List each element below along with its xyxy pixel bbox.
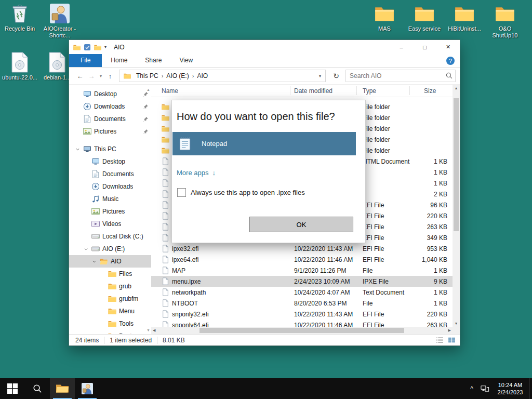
more-apps-link[interactable]: More apps ↓ xyxy=(177,169,365,177)
nav-item-pictures[interactable]: Pictures xyxy=(69,125,151,138)
nav-item-aio[interactable]: AIO xyxy=(69,255,151,268)
ribbon-tab-share[interactable]: Share xyxy=(136,54,170,67)
column-header-type[interactable]: Type xyxy=(357,86,410,95)
horizontal-scroll-thumb[interactable] xyxy=(200,328,404,333)
file-size-cell: 349 KB xyxy=(410,234,450,242)
back-button[interactable]: ← xyxy=(74,72,86,80)
nav-item-aio-e[interactable]: AIO (E:) xyxy=(69,243,151,255)
search-input[interactable] xyxy=(345,70,456,82)
vertical-scrollbar[interactable]: ▲ ▼ xyxy=(453,85,460,327)
nav-item-desktop[interactable]: Desktop xyxy=(69,88,151,100)
scroll-down-icon[interactable]: ▼ xyxy=(453,322,460,325)
breadcrumb-item-aio-e[interactable]: AIO (E:) xyxy=(163,72,192,79)
app-option-notepad[interactable]: Notepad xyxy=(172,132,356,155)
scroll-up-icon[interactable]: ▲ xyxy=(453,86,460,90)
nav-item-downloads[interactable]: Downloads xyxy=(69,180,151,193)
desktop-icon-o-o-shutup10[interactable]: O&O ShutUp10 xyxy=(485,3,525,39)
nav-item-documents[interactable]: Documents xyxy=(69,113,151,125)
new-folder-icon[interactable] xyxy=(94,44,101,51)
chevron-spacer xyxy=(100,321,108,327)
taskbar-search-button[interactable] xyxy=(25,378,50,399)
file-size-cell: 9 KB xyxy=(410,278,450,285)
horizontal-scrollbar[interactable]: ◀ ▶ xyxy=(151,327,453,334)
breadcrumb-item-this-pc[interactable]: This PC xyxy=(133,72,162,79)
minimize-button[interactable]: – xyxy=(390,40,413,54)
ok-button[interactable]: OK xyxy=(249,217,353,232)
always-use-checkbox[interactable] xyxy=(177,188,186,197)
large-icons-view-icon[interactable] xyxy=(448,337,456,343)
taskbar-aiocreator-button[interactable] xyxy=(75,378,100,399)
file-row-snponly32-efi[interactable]: snponly32.efi10/22/2020 11:43 AMEFI File… xyxy=(151,309,453,320)
nav-item-desktop[interactable]: Desktop xyxy=(69,155,151,168)
forward-button[interactable]: → xyxy=(86,72,97,80)
nav-item-documents[interactable]: Documents xyxy=(69,168,151,180)
window-title: AIO xyxy=(114,44,125,51)
file-row-ipxe64-efi[interactable]: ipxe64.efi10/22/2020 11:46 AMEFI File1,0… xyxy=(151,254,453,265)
recent-locations-chevron-icon[interactable]: ▾ xyxy=(97,74,104,78)
column-header-date-modified[interactable]: Date modified xyxy=(290,86,357,95)
help-icon[interactable]: ? xyxy=(446,57,455,65)
monitor-icon xyxy=(83,90,91,98)
selection-count: 1 item selected xyxy=(110,337,152,344)
nav-item-grub[interactable]: grub xyxy=(69,280,151,292)
start-button[interactable] xyxy=(0,378,25,399)
nav-item-boot[interactable]: Boot xyxy=(69,330,151,334)
file-row-ipxe32-efi[interactable]: ipxe32.efi10/22/2020 11:43 AMEFI File953… xyxy=(151,243,453,254)
file-date-cell: 10/22/2020 11:46 AM xyxy=(290,322,357,327)
desktop-icon-recycle-bin[interactable]: Recycle Bin xyxy=(0,3,39,32)
network-icon[interactable] xyxy=(478,378,491,399)
tray-chevron-icon[interactable]: ^ xyxy=(466,378,478,399)
details-view-icon[interactable] xyxy=(436,337,444,343)
file-row-snponly64-efi[interactable]: snponly64.efi10/22/2020 11:46 AMEFI File… xyxy=(151,320,453,327)
file-row-ntboot[interactable]: NTBOOT8/20/2020 6:53 PMFile1 KB xyxy=(151,298,453,309)
file-row-networkpath[interactable]: networkpath10/24/2020 4:07 AMText Docume… xyxy=(151,287,453,298)
up-button[interactable]: ↑ xyxy=(104,72,116,80)
ribbon-tab-view[interactable]: View xyxy=(170,54,202,67)
close-button[interactable]: ✕ xyxy=(436,40,460,54)
file-row-menu-ipxe[interactable]: menu.ipxe2/24/2023 10:09 AMIPXE File9 KB xyxy=(151,276,453,287)
desktop-icon-aiocreator-shortc[interactable]: AIOCreator - Shortc... xyxy=(40,3,79,39)
ribbon-tab-file[interactable]: File xyxy=(69,54,102,67)
column-header-size[interactable]: Size xyxy=(410,86,450,95)
nav-item-this-pc[interactable]: This PC xyxy=(69,143,151,155)
scroll-left-icon[interactable]: ◀ xyxy=(151,327,157,334)
maximize-button[interactable]: □ xyxy=(413,40,436,54)
taskbar-file-explorer-button[interactable] xyxy=(50,378,75,399)
address-dropdown-icon[interactable]: ▾ xyxy=(317,74,323,78)
nav-scroll-down-icon[interactable]: ▼ xyxy=(147,328,150,332)
nav-item-videos[interactable]: Videos xyxy=(69,218,151,230)
window-folder-icon xyxy=(73,44,81,51)
address-bar[interactable]: This PC›AIO (E:)›AIO ▾ xyxy=(119,70,326,82)
nav-item-pictures[interactable]: Pictures xyxy=(69,205,151,218)
nav-item-grubfm[interactable]: grubfm xyxy=(69,292,151,305)
nav-scroll-up-icon[interactable]: ▲ xyxy=(147,88,150,91)
taskbar: ^ 10:24 AM 2/24/2023 xyxy=(0,378,532,399)
nav-item-files[interactable]: Files xyxy=(69,268,151,280)
show-desktop-button[interactable] xyxy=(529,378,532,399)
nav-item-downloads[interactable]: Downloads xyxy=(69,100,151,113)
system-tray: ^ 10:24 AM 2/24/2023 xyxy=(466,378,532,399)
navigation-pane: DesktopDownloadsDocumentsPicturesThis PC… xyxy=(69,85,151,334)
vertical-scroll-thumb[interactable] xyxy=(454,98,459,231)
properties-icon[interactable] xyxy=(84,44,91,51)
customize-toolbar-chevron-icon[interactable]: ▾ xyxy=(104,45,107,49)
taskbar-clock[interactable]: 10:24 AM 2/24/2023 xyxy=(491,378,529,399)
file-row-map[interactable]: MAP9/1/2020 11:26 PMFile1 KB xyxy=(151,265,453,276)
desktop-icon-mas[interactable]: MAS xyxy=(365,3,404,32)
desktop-icon-ubuntu-22-0[interactable]: ubuntu-22.0... xyxy=(0,52,39,81)
column-header-name[interactable]: Name xyxy=(151,86,290,95)
ribbon-tab-home[interactable]: Home xyxy=(102,54,136,67)
nav-item-menu[interactable]: Menu xyxy=(69,305,151,317)
desktop-icon-easy-service[interactable]: Easy service xyxy=(405,3,444,32)
file-name-cell: ipxe64.efi xyxy=(151,256,290,263)
nav-item-local-disk-c[interactable]: Local Disk (C:) xyxy=(69,230,151,243)
file-icon xyxy=(162,277,169,285)
breadcrumb-item-aio[interactable]: AIO xyxy=(194,72,211,79)
desktop-icon-hibituninst[interactable]: HiBitUninst... xyxy=(445,3,484,32)
nav-item-music[interactable]: Music xyxy=(69,193,151,205)
scroll-right-icon[interactable]: ▶ xyxy=(447,327,453,334)
refresh-button[interactable]: ↻ xyxy=(330,72,342,80)
nav-scrollbar[interactable]: ▲ ▼ xyxy=(145,85,151,334)
nav-item-tools[interactable]: Tools xyxy=(69,317,151,330)
folder-icon xyxy=(162,136,169,143)
